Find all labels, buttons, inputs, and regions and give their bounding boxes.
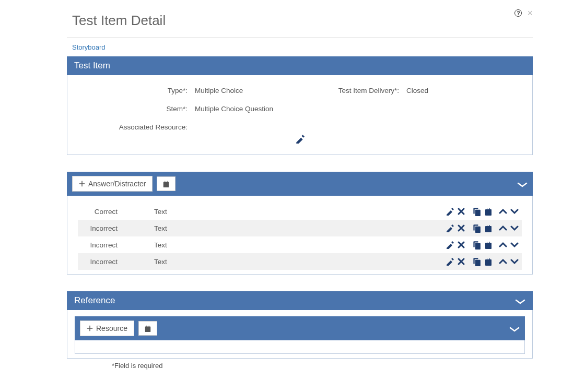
move-up-icon[interactable] bbox=[499, 207, 507, 216]
answer-text: Text bbox=[138, 241, 414, 249]
close-icon[interactable]: × bbox=[527, 9, 533, 17]
move-down-icon[interactable] bbox=[510, 257, 519, 266]
paste-icon bbox=[144, 325, 151, 332]
delete-icon[interactable] bbox=[457, 207, 465, 216]
label-type: Type*: bbox=[77, 87, 190, 94]
help-icon[interactable]: ? bbox=[514, 9, 522, 17]
value-type: Multiple Choice bbox=[195, 87, 315, 94]
answer-row: IncorrectText bbox=[78, 236, 522, 253]
divider bbox=[67, 37, 533, 38]
paste-resource-button[interactable] bbox=[138, 321, 157, 336]
add-answer-button[interactable]: Answer/Distracter bbox=[72, 176, 153, 192]
paste-icon[interactable] bbox=[484, 207, 493, 216]
add-resource-button[interactable]: Resource bbox=[80, 320, 134, 336]
paste-icon[interactable] bbox=[484, 240, 493, 250]
edit-icon[interactable] bbox=[446, 207, 454, 216]
panel-title: Test Item bbox=[74, 61, 110, 71]
answer-correctness-label: Incorrect bbox=[81, 241, 138, 249]
edit-icon[interactable] bbox=[446, 240, 454, 250]
move-down-icon[interactable] bbox=[510, 207, 519, 216]
edit-icon[interactable] bbox=[446, 223, 454, 233]
delete-icon[interactable] bbox=[457, 223, 465, 233]
move-down-icon[interactable] bbox=[510, 223, 519, 233]
panel-header-reference: Reference bbox=[67, 291, 533, 310]
collapse-resource-list-icon[interactable] bbox=[509, 325, 520, 332]
move-down-icon[interactable] bbox=[510, 240, 519, 250]
label-delivery: Test Item Delivery*: bbox=[320, 87, 401, 94]
collapse-answers-icon[interactable] bbox=[517, 180, 528, 187]
paste-icon bbox=[162, 180, 170, 187]
copy-icon[interactable] bbox=[472, 223, 481, 233]
label-associated-resource: Associated Resource: bbox=[77, 123, 190, 131]
plus-icon bbox=[87, 325, 93, 331]
resource-list bbox=[75, 340, 525, 354]
edit-icon[interactable] bbox=[446, 257, 454, 266]
value-associated-resource bbox=[195, 123, 523, 131]
value-delivery: Closed bbox=[406, 87, 523, 94]
page-title: Test Item Detail bbox=[72, 13, 166, 29]
copy-icon[interactable] bbox=[472, 240, 481, 250]
answers-toolbar: Answer/Distracter bbox=[67, 172, 533, 196]
collapse-reference-icon[interactable] bbox=[515, 297, 525, 304]
copy-icon[interactable] bbox=[472, 207, 481, 216]
panel-answers: Answer/Distracter CorrectTextIncorrectTe… bbox=[67, 172, 533, 275]
plus-icon bbox=[79, 181, 85, 187]
paste-icon[interactable] bbox=[484, 257, 493, 266]
answer-correctness-label: Incorrect bbox=[81, 224, 138, 232]
move-up-icon[interactable] bbox=[499, 240, 507, 250]
paste-answer-button[interactable] bbox=[157, 176, 176, 191]
delete-icon[interactable] bbox=[457, 257, 465, 266]
panel-test-item: Test Item Type*: Multiple Choice Test It… bbox=[67, 56, 533, 155]
move-up-icon[interactable] bbox=[499, 257, 507, 266]
value-stem: Multiple Choice Question bbox=[195, 105, 523, 113]
answer-correctness-label: Correct bbox=[81, 208, 138, 216]
panel-reference: Reference Resource bbox=[67, 291, 533, 359]
panel-header-test-item: Test Item bbox=[67, 56, 533, 75]
answer-row: IncorrectText bbox=[78, 220, 522, 236]
required-footnote: *Field is required bbox=[67, 362, 533, 370]
answer-text: Text bbox=[138, 258, 414, 266]
reference-toolbar: Resource bbox=[75, 316, 525, 340]
move-up-icon[interactable] bbox=[499, 223, 507, 233]
paste-icon[interactable] bbox=[484, 223, 493, 233]
answer-correctness-label: Incorrect bbox=[81, 258, 138, 266]
answer-row: CorrectText bbox=[78, 203, 522, 220]
answer-text: Text bbox=[138, 208, 414, 216]
answer-text: Text bbox=[138, 224, 414, 232]
edit-test-item-icon[interactable] bbox=[295, 134, 305, 144]
tab-storyboard[interactable]: Storyboard bbox=[72, 43, 106, 51]
copy-icon[interactable] bbox=[472, 257, 481, 266]
label-stem: Stem*: bbox=[77, 105, 190, 113]
add-answer-label: Answer/Distracter bbox=[88, 180, 146, 188]
add-resource-label: Resource bbox=[96, 324, 127, 332]
answer-row: IncorrectText bbox=[78, 253, 522, 270]
panel-title-reference: Reference bbox=[74, 295, 115, 306]
delete-icon[interactable] bbox=[457, 240, 465, 250]
